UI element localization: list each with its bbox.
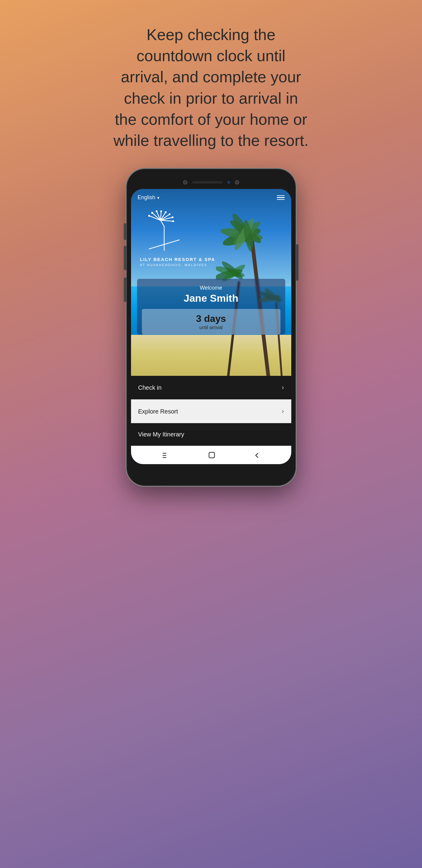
svg-point-29 xyxy=(151,212,153,214)
svg-line-27 xyxy=(161,220,173,221)
explore-resort-button[interactable]: Explore Resort › xyxy=(131,399,291,423)
checkin-arrow-icon: › xyxy=(282,384,284,392)
language-label: English xyxy=(138,194,155,201)
brand-logo-area: LILY BEACH RESORT & SPA AT HUVAHENDHOO, … xyxy=(131,204,291,267)
countdown-value: 3 days xyxy=(148,313,274,324)
phone-device: English ▾ xyxy=(127,169,295,486)
svg-point-35 xyxy=(172,220,174,222)
camera-dot-2 xyxy=(235,180,239,184)
svg-point-31 xyxy=(160,210,162,212)
view-itinerary-button[interactable]: View My Itinerary xyxy=(131,423,291,446)
svg-point-34 xyxy=(172,216,173,218)
welcome-greeting: Welcome xyxy=(144,285,278,291)
logo-icon xyxy=(140,210,188,253)
svg-point-32 xyxy=(165,211,167,213)
cta-section: Check in › Explore Resort › View My Itin… xyxy=(131,376,291,446)
volume-down-button xyxy=(124,278,126,302)
brand-name: LILY BEACH RESORT & SPA AT HUVAHENDHOO, … xyxy=(140,256,215,267)
explore-arrow-icon: › xyxy=(282,407,284,415)
speaker-grille xyxy=(192,181,222,184)
power-button xyxy=(296,244,298,281)
svg-line-19 xyxy=(161,220,164,226)
phone-screen: English ▾ xyxy=(131,189,291,464)
svg-point-28 xyxy=(148,215,150,217)
sand-bg xyxy=(131,335,291,376)
welcome-card: Welcome Jane Smith 3 days until arrival xyxy=(137,279,285,335)
front-camera xyxy=(183,180,187,184)
phone-top-bar xyxy=(131,178,291,187)
chevron-down-icon: ▾ xyxy=(157,195,159,200)
brand-name-line2: AT HUVAHENDHOO, MALDIVES xyxy=(140,263,215,267)
logo-svg xyxy=(140,210,188,252)
checkin-button[interactable]: Check in › xyxy=(131,376,291,399)
hero-section: English ▾ xyxy=(131,189,291,376)
android-back-button[interactable] xyxy=(254,452,260,461)
svg-point-33 xyxy=(169,213,170,215)
hamburger-line-3 xyxy=(277,199,285,200)
hamburger-line-1 xyxy=(277,195,285,196)
checkin-label: Check in xyxy=(138,384,162,391)
volume-mute-button xyxy=(124,223,126,240)
proximity-sensor xyxy=(227,181,230,184)
countdown-label: until arrival xyxy=(148,325,274,330)
explore-label: Explore Resort xyxy=(138,408,178,415)
countdown-box: 3 days until arrival xyxy=(142,309,281,335)
guest-name: Jane Smith xyxy=(144,292,278,304)
brand-name-line1: LILY BEACH RESORT & SPA xyxy=(140,256,215,262)
svg-point-30 xyxy=(156,210,158,212)
hamburger-menu-button[interactable] xyxy=(277,195,285,200)
svg-rect-39 xyxy=(209,453,215,458)
volume-up-button xyxy=(124,246,126,270)
bottom-navigation xyxy=(131,446,291,464)
android-menu-button[interactable] xyxy=(162,452,170,461)
intro-description: Keep checking the countdown clock until … xyxy=(75,0,347,169)
language-selector[interactable]: English ▾ xyxy=(138,194,159,201)
android-home-button[interactable] xyxy=(208,451,216,461)
hamburger-line-2 xyxy=(277,197,285,198)
itinerary-label: View My Itinerary xyxy=(138,431,184,438)
navigation-bar: English ▾ xyxy=(131,189,291,204)
